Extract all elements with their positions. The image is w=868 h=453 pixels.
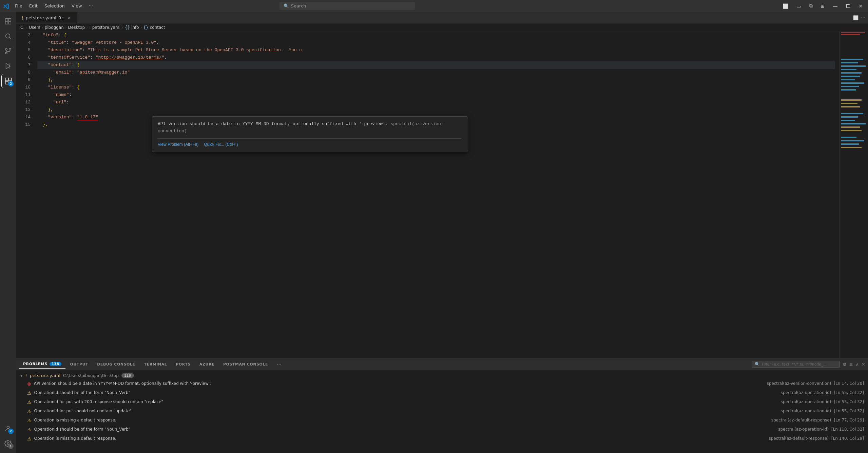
tab-more[interactable]: ···	[273, 360, 286, 369]
breadcrumb-curly2: {}	[143, 25, 148, 30]
tab-close-button[interactable]: ✕	[67, 15, 72, 21]
split-editor-right-icon[interactable]: ⬜	[853, 15, 859, 20]
line-num-5: 5	[20, 46, 31, 54]
sidebar-item-search[interactable]	[1, 29, 15, 43]
svg-rect-25	[841, 82, 864, 84]
warn-icon-3: ⚠	[27, 408, 32, 415]
tab-terminal[interactable]: TERMINAL	[140, 360, 171, 369]
breadcrumb-file[interactable]: petstore.yaml	[92, 25, 120, 30]
sidebar-item-explorer[interactable]	[1, 15, 15, 28]
problem-item-3[interactable]: ⚠ OperationId for put should not contain…	[16, 407, 868, 416]
code-line-11: "name":	[37, 91, 835, 99]
breadcrumb-piboggan[interactable]: piboggan	[45, 25, 64, 30]
minimize-icon[interactable]: —	[830, 3, 840, 9]
svg-rect-22	[841, 72, 862, 74]
code-line-13: },	[37, 106, 835, 114]
tab-output[interactable]: OUTPUT	[66, 360, 93, 369]
editor-main[interactable]: 3 4 5 6 7 8 9 10 11 12 13 14 15	[16, 32, 839, 358]
problem-location-2: [Ln 55, Col 32]	[834, 399, 864, 405]
svg-rect-24	[841, 79, 855, 80]
tab-problems[interactable]: PROBLEMS 138	[19, 360, 65, 369]
menu-view[interactable]: View	[69, 2, 85, 10]
breadcrumb-users[interactable]: Users	[29, 25, 40, 30]
tab-filename: petstore.yaml	[26, 15, 56, 20]
svg-rect-27	[841, 89, 856, 91]
menu-more[interactable]: ···	[86, 2, 96, 10]
problem-item-4[interactable]: ⚠ Operation is missing a default respons…	[16, 416, 868, 425]
menu-file[interactable]: File	[12, 2, 25, 10]
search-bar[interactable]: 🔍 Search	[279, 2, 415, 10]
line-num-13: 13	[20, 106, 31, 114]
code-line-9: },	[37, 76, 835, 84]
breadcrumb-c[interactable]: C:	[20, 25, 24, 30]
problem-item-1[interactable]: ⚠ OperationId should be of the form "Nou…	[16, 389, 868, 398]
svg-rect-32	[841, 116, 858, 118]
breadcrumb-curly1: {}	[125, 25, 130, 30]
problem-item-2[interactable]: ⚠ OperationId for put with 200 response …	[16, 398, 868, 407]
warn-icon-6: ⚠	[27, 435, 32, 442]
svg-rect-29	[841, 103, 857, 104]
svg-rect-28	[841, 99, 862, 101]
minimap	[839, 32, 868, 358]
editor-content: 3 4 5 6 7 8 9 10 11 12 13 14 15	[16, 32, 868, 358]
view-problem-link[interactable]: View Problem (Alt+F8)	[158, 141, 198, 148]
search-placeholder: Search	[291, 3, 306, 8]
toggle-panel-icon[interactable]: ▭	[794, 3, 804, 9]
titlebar: File Edit Selection View ··· 🔍 Search ⬜ …	[0, 0, 868, 12]
sidebar-item-extensions[interactable]: 2	[1, 74, 15, 88]
filter-input[interactable]: 🔍 Filter (e.g. text, **/*.ts, !**/node_.…	[752, 361, 840, 368]
svg-point-6	[5, 48, 7, 51]
line-num-11: 11	[20, 91, 31, 99]
problem-item-0[interactable]: ⊗ API version should be a date in YYYY-M…	[16, 379, 868, 389]
svg-rect-23	[841, 76, 860, 77]
filter-placeholder-text: Filter (e.g. text, **/*.ts, !**/node_...	[762, 362, 827, 367]
breadcrumb-file-icon: !	[89, 25, 91, 30]
tooltip-message: API version should be a date in YYYY-MM-…	[158, 121, 462, 135]
tab-ports[interactable]: PORTS	[172, 360, 195, 369]
menu-edit[interactable]: Edit	[26, 2, 40, 10]
problem-location-0: [Ln 14, Col 20]	[834, 380, 864, 387]
breadcrumb-info[interactable]: info	[131, 25, 139, 30]
maximize-icon[interactable]: ⧠	[843, 3, 853, 9]
more-actions-icon[interactable]: ···	[861, 15, 865, 20]
svg-rect-0	[5, 19, 8, 21]
problem-item-6[interactable]: ⚠ Operation is missing a default respons…	[16, 434, 868, 444]
tab-postman-console[interactable]: POSTMAN CONSOLE	[219, 360, 272, 369]
split-editor-icon[interactable]: ⬜	[780, 3, 791, 9]
problem-location-1: [Ln 55, Col 32]	[834, 390, 864, 396]
bottom-panel: PROBLEMS 138 OUTPUT DEBUG CONSOLE TERMIN…	[16, 358, 868, 453]
sidebar-item-run-debug[interactable]	[1, 59, 15, 73]
menu-selection[interactable]: Selection	[42, 2, 67, 10]
filter-icon: 🔍	[755, 362, 760, 367]
breadcrumb: C: › Users › piboggan › Desktop › ! pets…	[16, 24, 868, 32]
line-num-8: 8	[20, 69, 31, 76]
chevron-up-icon[interactable]: ∧	[856, 362, 859, 367]
tooltip-actions: View Problem (Alt+F8) Quick Fix... (Ctrl…	[158, 138, 462, 148]
problems-count-badge: 138	[50, 362, 61, 366]
settings-badge: 1	[8, 444, 14, 449]
tab-azure[interactable]: AZURE	[195, 360, 218, 369]
problem-item-5[interactable]: ⚠ OperationId should be of the form "Nou…	[16, 425, 868, 434]
breadcrumb-desktop[interactable]: Desktop	[68, 25, 85, 30]
sidebar-item-settings[interactable]: 1	[1, 437, 15, 450]
sidebar-item-account[interactable]: 2	[1, 422, 15, 435]
breadcrumb-contact[interactable]: contact	[150, 25, 165, 30]
customize-layout-icon[interactable]: ⊞	[818, 3, 828, 9]
svg-rect-26	[841, 86, 859, 87]
panel-tabs: PROBLEMS 138 OUTPUT DEBUG CONSOLE TERMIN…	[16, 358, 868, 370]
quick-fix-link[interactable]: Quick Fix... (Ctrl+.)	[204, 141, 238, 148]
close-icon[interactable]: ✕	[856, 3, 865, 9]
tab-debug-console[interactable]: DEBUG CONSOLE	[93, 360, 139, 369]
problems-file-header[interactable]: ▾ ! petstore.yaml C:\Users\piboggan\Desk…	[16, 372, 868, 379]
sidebar-item-source-control[interactable]	[1, 44, 15, 58]
problem-source-3: spectral(az-operation-id)	[781, 408, 831, 414]
layout-icon[interactable]: ⧉	[807, 2, 815, 9]
problem-text-5: OperationId should be of the form "Noun_…	[34, 426, 776, 432]
collapse-all-icon[interactable]: ≡	[849, 362, 853, 367]
svg-rect-2	[5, 22, 8, 24]
tab-petstore-yaml[interactable]: ! petstore.yaml 9+ ✕	[16, 12, 77, 23]
filter-icon-btn[interactable]: ⚙	[843, 362, 847, 367]
main-layout: 2 2 1 ! petstore.yaml 9+ ✕	[0, 12, 868, 453]
panel-close-icon[interactable]: ✕	[862, 362, 865, 367]
svg-rect-21	[841, 69, 856, 70]
